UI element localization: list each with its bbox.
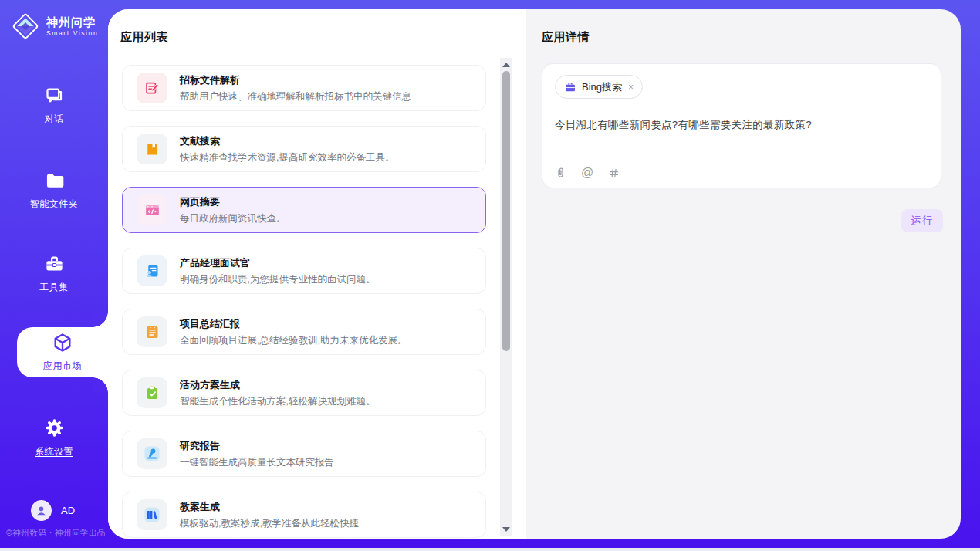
app-desc: 智能生成个性化活动方案,轻松解决规划难题。: [180, 395, 375, 408]
sidebar-item-smart-folders[interactable]: 智能文件夹: [0, 170, 108, 211]
note-icon: [144, 324, 161, 340]
app-icon-tile: [137, 377, 167, 408]
sidebar-item-label: 对话: [0, 113, 108, 126]
app-icon-tile: [137, 316, 167, 347]
chat-icon: [44, 85, 65, 106]
app-icon-tile: [137, 194, 167, 225]
app-desc: 全面回顾项目进展,总结经验教训,助力未来优化发展。: [180, 334, 407, 347]
at-icon[interactable]: @: [581, 167, 593, 179]
cube-icon: [52, 332, 73, 357]
app-list-panel: 应用列表 招标文件解析 帮助用户快速、准确地理解和解析招标书中的关键信息: [108, 9, 526, 539]
toolbox-icon: [44, 253, 65, 274]
app-cards: 招标文件解析 帮助用户快速、准确地理解和解析招标书中的关键信息 文献搜索 快速精…: [122, 65, 486, 539]
app-icon-tile: [137, 499, 167, 530]
window-bottom-edge: [0, 548, 980, 551]
app-card-webpage-summary[interactable]: 网页摘要 每日政府新闻资讯快查。: [122, 187, 486, 233]
sidebar-item-toolset[interactable]: 工具集: [0, 253, 108, 294]
user-account[interactable]: AD: [31, 500, 75, 521]
query-text[interactable]: 今日湖北有哪些新闻要点?有哪些需要关注的最新政策?: [555, 118, 928, 132]
book-icon: [144, 141, 161, 157]
app-card-text: 网页摘要 每日政府新闻资讯快查。: [180, 195, 286, 225]
app-title: 产品经理面试官: [180, 256, 375, 270]
app-card-project-summary[interactable]: 项目总结汇报 全面回顾项目进展,总结经验教训,助力未来优化发展。: [122, 309, 486, 355]
app-card-text: 招标文件解析 帮助用户快速、准确地理解和解析招标书中的关键信息: [180, 73, 411, 103]
sidebar-item-label: 智能文件夹: [0, 198, 108, 211]
app-desc: 快速精准查找学术资源,提高研究效率的必备工具。: [180, 151, 394, 164]
main-content: 应用列表 招标文件解析 帮助用户快速、准确地理解和解析招标书中的关键信息: [108, 9, 961, 539]
sidebar-item-app-market[interactable]: 应用市场: [17, 327, 108, 377]
app-desc: 模板驱动,教案秒成,教学准备从此轻松快捷: [180, 517, 359, 530]
app-card-text: 活动方案生成 智能生成个性化活动方案,轻松解决规划难题。: [180, 378, 375, 408]
scrollbar[interactable]: [500, 58, 512, 536]
doc-edit-icon: [144, 80, 161, 96]
prompt-input-card[interactable]: Bing搜索 × 今日湖北有哪些新闻要点?有哪些需要关注的最新政策? @: [542, 63, 941, 188]
app-list-title: 应用列表: [120, 30, 168, 45]
app-card-pm-interviewer[interactable]: 产品经理面试官 明确身份和职责,为您提供专业性的面试问题。: [122, 248, 486, 294]
scroll-down-arrow[interactable]: [502, 527, 510, 532]
hash-icon[interactable]: [608, 167, 620, 179]
app-card-research-report[interactable]: 研究报告 一键智能生成高质量长文本研究报告: [122, 431, 486, 477]
app-card-text: 教案生成 模板驱动,教案秒成,教学准备从此轻松快捷: [180, 500, 359, 530]
sidebar-item-system-settings[interactable]: 系统设置: [0, 417, 108, 458]
chip-close-icon[interactable]: ×: [628, 82, 634, 93]
briefcase-icon: [564, 81, 576, 93]
copyright-footer: ©神州数码 · 神州问学出品: [6, 528, 106, 539]
lesson-books-icon: [143, 505, 161, 524]
run-button[interactable]: 运行: [901, 209, 943, 232]
app-icon-tile: [137, 134, 167, 164]
app-title: 项目总结汇报: [180, 317, 407, 331]
app-card-lesson-plan[interactable]: 教案生成 模板驱动,教案秒成,教学准备从此轻松快捷: [122, 492, 486, 538]
tool-chip-label: Bing搜索: [582, 80, 622, 94]
app-desc: 帮助用户快速、准确地理解和解析招标书中的关键信息: [180, 90, 411, 103]
app-detail-title: 应用详情: [542, 30, 590, 45]
app-desc: 一键智能生成高质量长文本研究报告: [180, 456, 334, 469]
sidebar-item-label: 应用市场: [43, 360, 82, 373]
sidebar-item-label: 系统设置: [0, 445, 108, 458]
tool-chip-bing-search[interactable]: Bing搜索 ×: [555, 75, 643, 99]
app-title: 教案生成: [180, 500, 359, 514]
app-card-text: 研究报告 一键智能生成高质量长文本研究报告: [180, 439, 334, 469]
brand-logo: 神州问学 Smart Vision: [11, 12, 98, 41]
app-title: 网页摘要: [180, 195, 286, 209]
app-icon-tile: [137, 438, 167, 469]
brand-name: 神州问学: [46, 15, 98, 29]
input-toolbar: @: [555, 167, 620, 179]
app-card-bid-analysis[interactable]: 招标文件解析 帮助用户快速、准确地理解和解析招标书中的关键信息: [122, 65, 486, 111]
scroll-up-arrow[interactable]: [502, 63, 510, 67]
clipboard-icon: [144, 385, 161, 401]
app-icon-tile: [137, 73, 167, 103]
research-microscope-icon: [143, 445, 161, 463]
scrollbar-thumb[interactable]: [502, 71, 510, 351]
sidebar: 神州问学 Smart Vision 对话 智能文件夹: [0, 0, 108, 548]
app-card-text: 产品经理面试官 明确身份和职责,为您提供专业性的面试问题。: [180, 256, 375, 286]
paperclip-icon[interactable]: [555, 167, 566, 179]
brand-diamond-icon: [11, 12, 40, 41]
folder-icon: [44, 170, 65, 191]
app-detail-panel: 应用详情 Bing搜索 × 今日湖北有哪些新闻要点?有哪些需要关注的最新政策? …: [526, 9, 961, 539]
brand-subtitle: Smart Vision: [46, 29, 98, 37]
sidebar-item-chat[interactable]: 对话: [0, 85, 108, 126]
user-initials: AD: [61, 505, 75, 516]
app-desc: 每日政府新闻资讯快查。: [180, 212, 286, 225]
app-card-literature-search[interactable]: 文献搜索 快速精准查找学术资源,提高研究效率的必备工具。: [122, 126, 486, 172]
app-title: 文献搜索: [180, 134, 394, 148]
app-title: 招标文件解析: [180, 73, 411, 87]
avatar: [31, 500, 52, 521]
app-title: 研究报告: [180, 439, 334, 453]
sidebar-item-label: 工具集: [0, 281, 108, 294]
browser-icon: [144, 202, 161, 218]
app-title: 活动方案生成: [180, 378, 375, 392]
app-card-text: 文献搜索 快速精准查找学术资源,提高研究效率的必备工具。: [180, 134, 394, 164]
app-icon-tile: [137, 255, 167, 286]
app-card-text: 项目总结汇报 全面回顾项目进展,总结经验教训,助力未来优化发展。: [180, 317, 407, 347]
app-card-activity-plan[interactable]: 活动方案生成 智能生成个性化活动方案,轻松解决规划难题。: [122, 370, 486, 416]
interviewer-doc-icon: [144, 263, 161, 279]
app-desc: 明确身份和职责,为您提供专业性的面试问题。: [180, 273, 375, 286]
gear-icon: [44, 417, 65, 438]
